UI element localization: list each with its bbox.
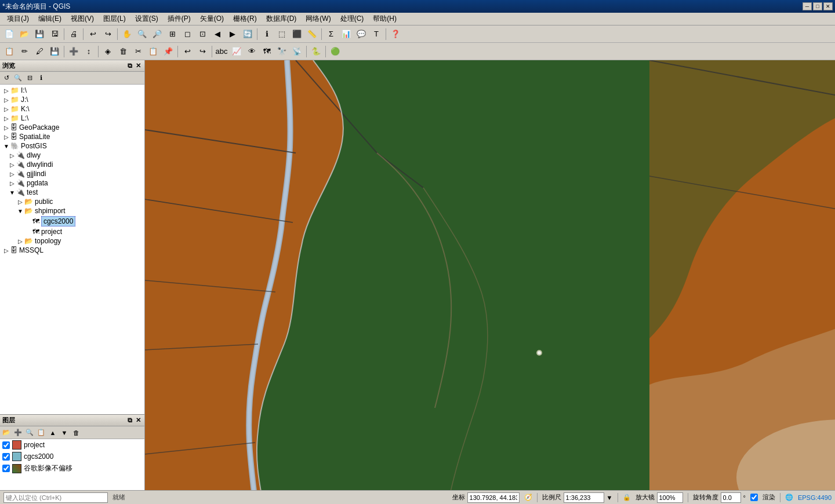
current-edits-button[interactable]: 📋 xyxy=(2,45,16,59)
preview1-button[interactable]: 👁 xyxy=(245,45,259,59)
refresh-button[interactable]: 🔄 xyxy=(241,27,255,41)
tree-item-dlwy[interactable]: ▷ 🔌 dlwy xyxy=(0,151,144,160)
tree-item-drive-l[interactable]: ▷ 📁 L:\ xyxy=(0,114,144,123)
menu-edit[interactable]: 编辑(E) xyxy=(34,13,66,25)
browser-filter-button[interactable]: 🔍 xyxy=(13,73,23,83)
cut-features-button[interactable]: ✂ xyxy=(131,45,145,59)
magnifier-input[interactable] xyxy=(657,492,683,503)
print-button[interactable]: 🖨 xyxy=(67,27,81,41)
scale-dropdown-icon[interactable]: ▼ xyxy=(607,494,613,501)
panel-close-button[interactable]: ✕ xyxy=(135,62,142,70)
close-button[interactable]: ✕ xyxy=(823,2,833,10)
text-button[interactable]: T xyxy=(369,27,383,41)
browser-collapse-button[interactable]: ⊟ xyxy=(24,73,35,83)
browser-refresh-button[interactable]: ↺ xyxy=(1,73,12,83)
tree-item-shpimport[interactable]: ▼ 📂 shpimport xyxy=(0,206,144,216)
menu-view[interactable]: 视图(V) xyxy=(66,13,99,25)
layer-down-button[interactable]: ▼ xyxy=(59,428,70,438)
zoom-selection-button[interactable]: ⊡ xyxy=(195,27,209,41)
measure-button[interactable]: 📏 xyxy=(305,27,319,41)
maximize-button[interactable]: □ xyxy=(813,2,822,10)
tree-item-geopackage[interactable]: ▷ 🗄 GeoPackage xyxy=(0,123,144,132)
label-tool-button[interactable]: abc xyxy=(215,45,228,59)
save-as-button[interactable]: 🖫 xyxy=(48,27,61,41)
layers-close-button[interactable]: ✕ xyxy=(135,417,142,424)
tree-item-test[interactable]: ▼ 🔌 test xyxy=(0,188,144,197)
layer-item-project[interactable]: project xyxy=(0,439,144,451)
undo-button[interactable]: ↩ xyxy=(86,27,100,41)
menu-project[interactable]: 项目(J) xyxy=(2,13,34,25)
filter-layer-button[interactable]: 🔍 xyxy=(24,428,35,438)
open-layer-button[interactable]: 📂 xyxy=(1,428,12,438)
tree-item-public[interactable]: ▷ 📂 public xyxy=(0,197,144,206)
identify-button[interactable]: ℹ xyxy=(260,27,274,41)
layer-legend-button[interactable]: 📋 xyxy=(36,428,46,438)
tree-item-postgis[interactable]: ▼ 🐘 PostGIS xyxy=(0,141,144,151)
tree-item-pgdata[interactable]: ▷ 🔌 pgdata xyxy=(0,178,144,188)
zoom-out-button[interactable]: 🔎 xyxy=(150,27,164,41)
deselect-button[interactable]: ⬛ xyxy=(290,27,304,41)
layer-item-google[interactable]: 谷歌影像不偏移 xyxy=(0,462,144,474)
move-feature-button[interactable]: ↕ xyxy=(82,45,96,59)
statistics-button[interactable]: Σ xyxy=(324,27,338,41)
menu-processing[interactable]: 处理(C) xyxy=(336,13,369,25)
digitize-button[interactable]: ✏ xyxy=(17,45,31,59)
locate-input[interactable] xyxy=(3,492,108,503)
copy-features-button[interactable]: 📋 xyxy=(146,45,160,59)
tree-item-mssql[interactable]: ▷ 🗄 MSSQL xyxy=(0,246,144,255)
delete-selected-button[interactable]: 🗑 xyxy=(116,45,130,59)
add-feature-button[interactable]: ➕ xyxy=(67,45,81,59)
rotation-input[interactable] xyxy=(721,492,741,503)
layer-google-checkbox[interactable] xyxy=(2,465,10,472)
layer-project-checkbox[interactable] xyxy=(2,441,10,449)
tree-item-cgcs2000[interactable]: 🗺 cgcs2000 xyxy=(0,216,144,227)
undo2-button[interactable]: ↩ xyxy=(180,45,194,59)
scale-input[interactable] xyxy=(564,492,604,503)
remove-layer-button[interactable]: 🗑 xyxy=(71,428,81,438)
menu-network[interactable]: 网络(W) xyxy=(301,13,335,25)
menu-vector[interactable]: 矢量(O) xyxy=(195,13,228,25)
open-project-button[interactable]: 📂 xyxy=(17,27,31,41)
tree-item-topology[interactable]: ▷ 📂 topology xyxy=(0,236,144,246)
tree-item-drive-j[interactable]: ▷ 📁 J:\ xyxy=(0,95,144,104)
tree-item-dlwylindi[interactable]: ▷ 🔌 dlwylindi xyxy=(0,160,144,169)
add-layer-button[interactable]: ➕ xyxy=(13,428,23,438)
map-area[interactable] xyxy=(145,60,835,490)
layers-float-button[interactable]: ⧉ xyxy=(126,417,133,424)
save-edits-button[interactable]: 💾 xyxy=(48,45,61,59)
layer-item-cgcs2000[interactable]: cgcs2000 xyxy=(0,451,144,462)
panel-float-button[interactable]: ⧉ xyxy=(126,62,133,70)
diagram-button[interactable]: 📈 xyxy=(230,45,244,59)
menu-settings[interactable]: 设置(S) xyxy=(130,13,163,25)
menu-help[interactable]: 帮助(H) xyxy=(368,13,401,25)
zoom-in-button[interactable]: 🔍 xyxy=(135,27,149,41)
menu-layer[interactable]: 图层(L) xyxy=(99,13,130,25)
redo-button[interactable]: ↪ xyxy=(101,27,115,41)
zoom-full-button[interactable]: ⊞ xyxy=(165,27,179,41)
layer-up-button[interactable]: ▲ xyxy=(48,428,58,438)
pan-button[interactable]: ✋ xyxy=(120,27,134,41)
layer-cgcs2000-checkbox[interactable] xyxy=(2,453,10,461)
tree-item-project[interactable]: 🗺 project xyxy=(0,227,144,236)
menu-plugins[interactable]: 插件(P) xyxy=(163,13,195,25)
edit-toggle-button[interactable]: 🖊 xyxy=(32,45,46,59)
tree-item-spatialite[interactable]: ▷ 🗄 SpatiaLite xyxy=(0,132,144,141)
tree-item-gjjlindi[interactable]: ▷ 🔌 gjjlindi xyxy=(0,169,144,178)
preview3-button[interactable]: 🔭 xyxy=(275,45,289,59)
render-checkbox[interactable] xyxy=(750,494,758,501)
minimize-button[interactable]: ─ xyxy=(803,2,812,10)
chart-button[interactable]: 📊 xyxy=(339,27,353,41)
browser-info-button[interactable]: ℹ xyxy=(36,73,46,83)
save-project-button[interactable]: 💾 xyxy=(32,27,46,41)
zoom-prev-button[interactable]: ◀ xyxy=(210,27,224,41)
preview2-button[interactable]: 🗺 xyxy=(260,45,274,59)
menu-database[interactable]: 数据库(D) xyxy=(262,13,302,25)
help-button[interactable]: ❓ xyxy=(389,27,402,41)
preview4-button[interactable]: 📡 xyxy=(290,45,304,59)
tree-item-drive-k[interactable]: ▷ 📁 K:\ xyxy=(0,104,144,114)
paste-features-button[interactable]: 📌 xyxy=(161,45,175,59)
menu-raster[interactable]: 栅格(R) xyxy=(228,13,262,25)
node-tool-button[interactable]: ◈ xyxy=(101,45,115,59)
new-project-button[interactable]: 📄 xyxy=(2,27,16,41)
coord-input[interactable] xyxy=(467,492,520,503)
